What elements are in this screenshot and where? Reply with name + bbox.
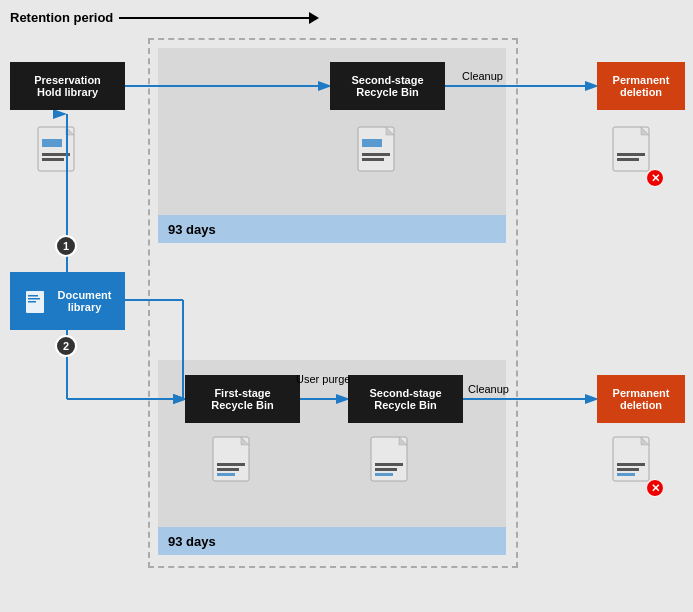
recycle-bin-second-box: Second-stageRecycle Bin <box>348 375 463 423</box>
permanent-deletion-top-label: Permanentdeletion <box>613 74 670 98</box>
recycle-bin-first-box: First-stageRecycle Bin <box>185 375 300 423</box>
document-library-icon <box>24 287 52 315</box>
cleanup-label-top: Cleanup <box>462 70 503 82</box>
document-library-label: Documentlibrary <box>58 289 112 313</box>
recycle-bin-top-label: Second-stageRecycle Bin <box>351 74 423 98</box>
recycle-bin-second-label: Second-stageRecycle Bin <box>369 387 441 411</box>
permanent-deletion-bottom-box: Permanentdeletion <box>597 375 685 423</box>
recycle-bin-top-box: Second-stageRecycle Bin <box>330 62 445 110</box>
recycle-bin-first-label: First-stageRecycle Bin <box>211 387 273 411</box>
badge-1: 1 <box>55 235 77 257</box>
svg-rect-1 <box>28 295 38 297</box>
diagram-container: Retention period 93 days 93 days Preserv… <box>0 0 693 612</box>
svg-rect-2 <box>28 298 40 300</box>
badge-2: 2 <box>55 335 77 357</box>
user-purge-label: User purge <box>296 373 350 385</box>
svg-rect-3 <box>28 301 36 303</box>
document-library-box: Documentlibrary <box>10 272 125 330</box>
permanent-deletion-bottom-label: Permanentdeletion <box>613 387 670 411</box>
preservation-hold-label: PreservationHold library <box>34 74 101 98</box>
preservation-hold-box: PreservationHold library <box>10 62 125 110</box>
cleanup-label-bottom: Cleanup <box>468 383 509 395</box>
permanent-deletion-top-box: Permanentdeletion <box>597 62 685 110</box>
